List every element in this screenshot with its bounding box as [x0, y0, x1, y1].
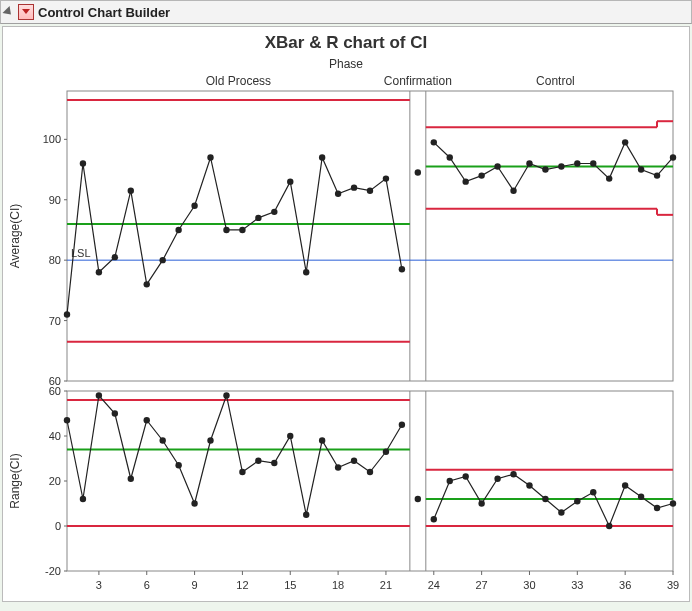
- svg-text:Control: Control: [536, 74, 575, 88]
- svg-text:100: 100: [43, 133, 61, 145]
- svg-point-103: [510, 187, 516, 193]
- svg-point-136: [415, 496, 421, 502]
- svg-point-105: [542, 166, 548, 172]
- svg-rect-3: [67, 91, 673, 381]
- svg-point-152: [670, 500, 676, 506]
- svg-point-95: [383, 175, 389, 181]
- svg-point-88: [271, 209, 277, 215]
- svg-point-99: [447, 154, 453, 160]
- svg-point-87: [255, 215, 261, 221]
- svg-point-78: [112, 254, 118, 260]
- svg-text:15: 15: [284, 579, 296, 591]
- svg-point-137: [431, 516, 437, 522]
- svg-text:36: 36: [619, 579, 631, 591]
- svg-text:30: 30: [523, 579, 535, 591]
- svg-point-115: [80, 496, 86, 502]
- svg-point-132: [351, 458, 357, 464]
- svg-point-85: [223, 227, 229, 233]
- svg-text:70: 70: [49, 315, 61, 327]
- svg-point-126: [255, 458, 261, 464]
- plot-area[interactable]: Old ProcessConfirmationControl6070809010…: [3, 71, 687, 601]
- svg-point-108: [590, 160, 596, 166]
- svg-text:Range(CI): Range(CI): [8, 453, 22, 508]
- svg-text:39: 39: [667, 579, 679, 591]
- svg-point-90: [303, 269, 309, 275]
- svg-text:0: 0: [55, 520, 61, 532]
- svg-text:40: 40: [49, 430, 61, 442]
- svg-point-150: [638, 494, 644, 500]
- svg-point-131: [335, 464, 341, 470]
- svg-point-76: [80, 160, 86, 166]
- svg-point-148: [606, 523, 612, 529]
- svg-text:18: 18: [332, 579, 344, 591]
- phase-axis-label: Phase: [3, 53, 689, 71]
- svg-point-82: [175, 227, 181, 233]
- svg-point-135: [399, 422, 405, 428]
- svg-text:21: 21: [380, 579, 392, 591]
- svg-text:12: 12: [236, 579, 248, 591]
- disclosure-icon[interactable]: [2, 6, 14, 18]
- svg-point-75: [64, 311, 70, 317]
- svg-point-84: [207, 154, 213, 160]
- svg-point-124: [223, 392, 229, 398]
- svg-point-100: [462, 178, 468, 184]
- svg-point-98: [431, 139, 437, 145]
- svg-point-101: [478, 172, 484, 178]
- svg-point-147: [590, 489, 596, 495]
- svg-text:Old Process: Old Process: [206, 74, 271, 88]
- panel-title: Control Chart Builder: [38, 5, 170, 20]
- svg-point-130: [319, 437, 325, 443]
- svg-point-91: [319, 154, 325, 160]
- svg-text:3: 3: [96, 579, 102, 591]
- svg-point-117: [112, 410, 118, 416]
- svg-point-140: [478, 500, 484, 506]
- svg-point-151: [654, 505, 660, 511]
- svg-point-79: [128, 187, 134, 193]
- svg-text:9: 9: [192, 579, 198, 591]
- svg-point-116: [96, 392, 102, 398]
- svg-point-111: [638, 166, 644, 172]
- svg-point-133: [367, 469, 373, 475]
- svg-point-110: [622, 139, 628, 145]
- svg-text:80: 80: [49, 254, 61, 266]
- svg-point-143: [526, 482, 532, 488]
- svg-point-113: [670, 154, 676, 160]
- svg-point-86: [239, 227, 245, 233]
- svg-point-81: [159, 257, 165, 263]
- svg-point-141: [494, 476, 500, 482]
- svg-point-138: [447, 478, 453, 484]
- svg-text:Confirmation: Confirmation: [384, 74, 452, 88]
- svg-point-149: [622, 482, 628, 488]
- svg-point-104: [526, 160, 532, 166]
- svg-point-139: [462, 473, 468, 479]
- svg-point-118: [128, 476, 134, 482]
- svg-point-125: [239, 469, 245, 475]
- svg-point-109: [606, 175, 612, 181]
- svg-point-129: [303, 512, 309, 518]
- svg-point-83: [191, 203, 197, 209]
- svg-point-144: [542, 496, 548, 502]
- svg-text:33: 33: [571, 579, 583, 591]
- svg-point-112: [654, 172, 660, 178]
- svg-point-146: [574, 498, 580, 504]
- red-triangle-menu-icon[interactable]: [18, 4, 34, 20]
- svg-point-94: [367, 187, 373, 193]
- svg-point-102: [494, 163, 500, 169]
- svg-point-89: [287, 178, 293, 184]
- panel-header: Control Chart Builder: [0, 0, 692, 24]
- svg-point-120: [159, 437, 165, 443]
- svg-text:-20: -20: [45, 565, 61, 577]
- svg-text:24: 24: [428, 579, 440, 591]
- svg-text:90: 90: [49, 194, 61, 206]
- svg-point-128: [287, 433, 293, 439]
- svg-text:6: 6: [144, 579, 150, 591]
- svg-point-77: [96, 269, 102, 275]
- svg-text:20: 20: [49, 475, 61, 487]
- svg-point-92: [335, 191, 341, 197]
- svg-text:27: 27: [476, 579, 488, 591]
- svg-point-107: [574, 160, 580, 166]
- svg-point-127: [271, 460, 277, 466]
- svg-point-93: [351, 184, 357, 190]
- svg-point-80: [144, 281, 150, 287]
- chart-container: XBar & R chart of CI Phase Old ProcessCo…: [2, 26, 690, 602]
